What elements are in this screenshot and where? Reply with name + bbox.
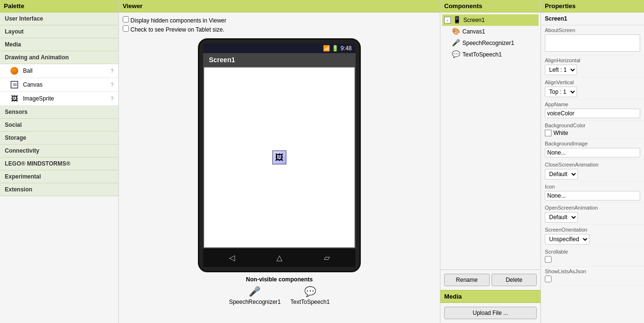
screen1-toggle[interactable]: - [444, 17, 451, 23]
viewer-panel: Viewer Display hidden components in View… [119, 0, 440, 323]
palette-item-ball-label: Ball [23, 67, 111, 74]
backgroundcolor-value: White [545, 130, 640, 136]
showlistsasjson-checkbox[interactable] [545, 276, 552, 282]
texttospeech1-icon: 💬 [452, 50, 460, 59]
screen1-icon: 📱 [453, 16, 461, 24]
closescreenanimation-label: CloseScreenAnimation [545, 162, 640, 167]
comp-item-canvas1[interactable]: 🎨 Canvas1 [450, 26, 539, 37]
texttospeech1-label: TextToSpeech1 [462, 51, 502, 58]
alignhorizontal-select[interactable]: Left : 1 [545, 65, 577, 75]
recent-button[interactable]: ▱ [324, 253, 330, 262]
backgroundcolor-swatch[interactable] [545, 130, 552, 136]
aboutscreen-label: AboutScreen [545, 27, 640, 33]
viewer-header: Viewer [119, 0, 440, 12]
phone-preview: 📶 🔋 9:48 Screen1 🖼 ◁ △ ▱ [198, 38, 361, 272]
icon-input[interactable] [545, 191, 640, 200]
properties-header: Properties [541, 0, 644, 12]
phone-title-bar: Screen1 [203, 53, 356, 67]
palette-header: Palette [0, 0, 118, 12]
prop-closescreenanimation: CloseScreenAnimation Default [541, 160, 644, 182]
palette-category-storage[interactable]: Storage [0, 132, 118, 145]
imagesprite-help-icon[interactable]: ? [111, 96, 114, 101]
palette-category-user-interface[interactable]: User Interface [0, 12, 118, 25]
prop-showlistsasjson: ShowListsAsJson [541, 267, 644, 286]
nonvisible-item-speech: 🎤 SpeechRecognizer1 [229, 286, 281, 305]
speechrecognizer1-label: SpeechRecognizer1 [462, 40, 514, 46]
palette-item-imagesprite-label: ImageSprite [23, 95, 111, 102]
screenorientation-select[interactable]: Unspecified [545, 234, 589, 245]
hidden-components-checkbox-label[interactable]: Display hidden components in Viewer [123, 16, 436, 24]
comp-item-speechrecognizer1[interactable]: 🎤 SpeechRecognizer1 [450, 37, 539, 49]
viewer-options: Display hidden components in Viewer Chec… [123, 16, 436, 34]
palette-category-lego[interactable]: LEGO® MINDSTORMS® [0, 157, 118, 170]
nonvisible-items-list: 🎤 SpeechRecognizer1 💬 TextToSpeech1 [123, 286, 436, 305]
backgroundimage-input[interactable] [545, 148, 640, 157]
sprite-image: 🖼 [272, 150, 287, 165]
palette-item-canvas[interactable]: Canvas ? [0, 78, 118, 92]
components-header: Components [440, 0, 540, 12]
nonvisible-item-tts: 💬 TextToSpeech1 [290, 286, 330, 305]
delete-button[interactable]: Delete [492, 274, 537, 286]
comp-item-texttospeech1[interactable]: 💬 TextToSpeech1 [450, 49, 539, 60]
prop-scrollable: Scrollable [541, 247, 644, 267]
palette-panel: Palette User Interface Layout Media Draw… [0, 0, 119, 323]
palette-category-drawing-animation[interactable]: Drawing and Animation [0, 51, 118, 64]
alignvertical-label: AlignVertical [545, 79, 640, 85]
palette-category-media[interactable]: Media [0, 38, 118, 51]
text-to-speech-label: TextToSpeech1 [290, 299, 330, 305]
media-section-header: Media [440, 290, 540, 303]
ball-icon [10, 66, 19, 76]
back-button[interactable]: ◁ [229, 253, 235, 262]
tablet-preview-checkbox-label[interactable]: Check to see Preview on Tablet size. [123, 25, 436, 33]
palette-category-connectivity[interactable]: Connectivity [0, 145, 118, 157]
appname-input[interactable] [545, 109, 640, 118]
prop-backgroundcolor: BackgroundColor White [541, 121, 644, 139]
nonvisible-label: Non-visible components [123, 276, 436, 283]
ball-help-icon[interactable]: ? [111, 68, 114, 74]
canvas1-label: Canvas1 [462, 28, 485, 35]
canvas-sprite-preview: 🖼 [272, 150, 287, 165]
openscreenanimation-label: OpenScreenAnimation [545, 205, 640, 211]
phone-nav-bar: ◁ △ ▱ [203, 248, 356, 267]
palette-category-layout[interactable]: Layout [0, 25, 118, 38]
alignhorizontal-label: AlignHorizontal [545, 57, 640, 63]
scrollable-checkbox[interactable] [545, 256, 552, 263]
component-action-buttons: Rename Delete [440, 269, 540, 290]
speech-recognizer-icon: 🎤 [249, 286, 261, 297]
comp-item-screen1[interactable]: - 📱 Screen1 [442, 14, 539, 26]
palette-category-extension[interactable]: Extension [0, 183, 118, 196]
speech-recognizer-label: SpeechRecognizer1 [229, 299, 281, 305]
canvas-help-icon[interactable]: ? [111, 82, 114, 88]
prop-appname: AppName [541, 100, 644, 121]
scrollable-label: Scrollable [545, 249, 640, 255]
closescreenanimation-select[interactable]: Default [545, 169, 578, 179]
palette-category-sensors[interactable]: Sensors [0, 106, 118, 119]
hidden-components-checkbox[interactable] [123, 16, 129, 22]
alignvertical-select[interactable]: Top : 1 [545, 87, 577, 97]
imagesprite-icon: 🖼 [10, 94, 19, 103]
rename-button[interactable]: Rename [444, 274, 490, 286]
prop-backgroundimage: BackgroundImage [541, 139, 644, 160]
openscreenanimation-select[interactable]: Default [545, 212, 578, 223]
showlistsasjson-label: ShowListsAsJson [545, 268, 640, 274]
aboutscreen-input[interactable] [545, 34, 640, 52]
properties-panel: Properties Screen1 AboutScreen AlignHori… [541, 0, 644, 323]
phone-status-bar: 📶 🔋 9:48 [203, 44, 356, 53]
upload-file-button[interactable]: Upload File ... [444, 307, 537, 319]
backgroundimage-label: BackgroundImage [545, 141, 640, 146]
prop-alignhorizontal: AlignHorizontal Left : 1 [541, 56, 644, 78]
palette-category-experimental[interactable]: Experimental [0, 170, 118, 183]
canvas-icon [10, 80, 19, 89]
components-panel: Components - 📱 Screen1 🎨 Canvas1 🎤 Speec… [440, 0, 541, 323]
media-upload-area: Upload File ... [440, 303, 540, 323]
home-button[interactable]: △ [276, 253, 282, 262]
palette-item-imagesprite[interactable]: 🖼 ImageSprite ? [0, 92, 118, 106]
prop-alignvertical: AlignVertical Top : 1 [541, 78, 644, 100]
speechrecognizer1-icon: 🎤 [452, 39, 460, 47]
palette-item-ball[interactable]: Ball ? [0, 64, 118, 78]
tablet-preview-checkbox[interactable] [123, 25, 129, 32]
palette-category-social[interactable]: Social [0, 119, 118, 132]
phone-screen-area: 🖼 [203, 67, 356, 248]
icon-label: Icon [545, 184, 640, 189]
screen1-label: Screen1 [463, 17, 485, 23]
